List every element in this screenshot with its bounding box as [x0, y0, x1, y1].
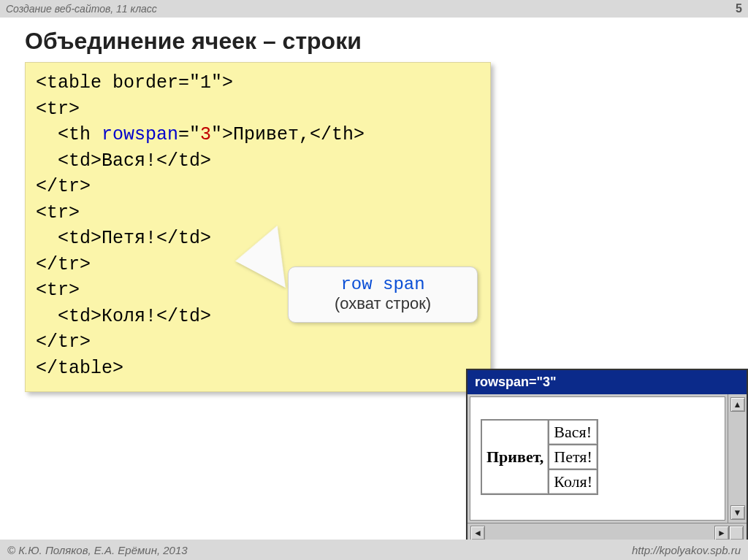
vertical-scrollbar[interactable]: ▲ ▼	[728, 394, 747, 523]
scroll-up-icon[interactable]: ▲	[730, 397, 745, 412]
demo-header-cell: Привет,	[481, 420, 549, 494]
footer: © К.Ю. Поляков, Е.А. Ерёмин, 2013 http:/…	[0, 540, 748, 560]
scroll-right-icon[interactable]: ►	[714, 526, 729, 540]
scroll-corner	[729, 526, 744, 540]
page-title: Объединение ячеек – строки	[25, 28, 748, 55]
result-view: Привет, Вася! Петя! Коля!	[470, 396, 725, 521]
page-number: 5	[736, 2, 742, 15]
callout-box: row span (охват строк)	[288, 266, 478, 323]
demo-cell: Коля!	[549, 469, 598, 494]
footer-url: http://kpolyakov.spb.ru	[632, 544, 741, 556]
demo-table: Привет, Вася! Петя! Коля!	[481, 419, 598, 495]
copyright: © К.Ю. Поляков, Е.А. Ерёмин, 2013	[7, 544, 188, 556]
result-title: rowspan="3"	[468, 370, 747, 394]
scroll-left-icon[interactable]: ◄	[470, 526, 485, 540]
demo-cell: Вася!	[549, 420, 598, 445]
callout-keyword: row span	[299, 275, 467, 294]
callout-sub: (охват строк)	[299, 294, 467, 313]
top-bar: Создание веб-сайтов, 11 класс 5	[0, 0, 748, 18]
result-window: rowspan="3" Привет, Вася! Петя! Коля! ▲ …	[466, 369, 748, 543]
course-name: Создание веб-сайтов, 11 класс	[6, 3, 157, 15]
demo-cell: Петя!	[549, 445, 598, 469]
scroll-down-icon[interactable]: ▼	[730, 505, 745, 520]
